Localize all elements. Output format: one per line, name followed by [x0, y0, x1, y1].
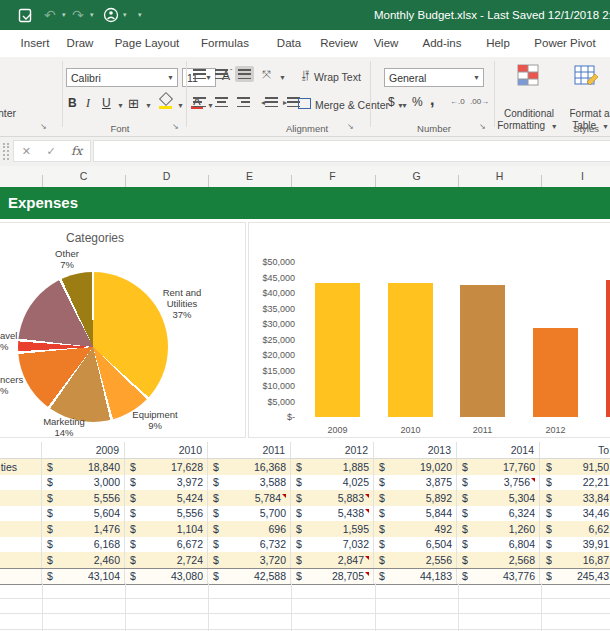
table-cell[interactable]: $4,025 [291, 475, 374, 491]
font-dialog-launcher-icon[interactable]: ↘ [172, 122, 181, 131]
tab-formulas[interactable]: Formulas [201, 30, 249, 57]
table-cell[interactable]: $6,672 [125, 537, 208, 553]
fill-color-dropdown-icon[interactable]: ▼ [174, 102, 187, 109]
column-header-year[interactable]: 2010 [125, 442, 208, 458]
formula-input[interactable] [93, 140, 610, 162]
align-top-button[interactable] [193, 69, 206, 79]
table-cell[interactable]: $2,847 [291, 552, 374, 568]
qat-customize-icon[interactable]: ▾ [138, 7, 142, 23]
tab-help[interactable]: Help [486, 30, 510, 57]
table-cell[interactable]: $696 [208, 521, 291, 537]
table-cell[interactable]: $43,104 [42, 569, 125, 585]
fill-color-button[interactable] [158, 94, 173, 109]
align-left-button[interactable] [193, 97, 206, 107]
table-cell[interactable] [0, 475, 42, 491]
chevron-down-icon[interactable]: ▼ [164, 74, 177, 81]
table-cell[interactable]: $7,032 [291, 537, 374, 553]
increase-decimal-button[interactable]: ←.0 [450, 97, 465, 106]
tab-insert[interactable]: Insert [21, 30, 50, 57]
table-cell[interactable]: $5,438 [291, 506, 374, 522]
table-cell[interactable]: $22,21 [540, 475, 609, 491]
column-header-H[interactable]: H [496, 166, 504, 187]
table-cell[interactable]: $19,020 [374, 459, 457, 475]
font-name-combobox[interactable]: Calibri▼ [66, 68, 178, 87]
table-cell[interactable]: $1,476 [42, 521, 125, 537]
table-cell[interactable]: $245,43 [540, 569, 609, 585]
align-center-button[interactable] [215, 97, 228, 107]
column-header-year[interactable]: 2009 [42, 442, 125, 458]
table-cell[interactable]: $16,87 [540, 552, 609, 568]
table-cell[interactable]: $492 [374, 521, 457, 537]
column-header-I[interactable]: I [581, 166, 584, 187]
bar-2011[interactable] [460, 285, 505, 417]
alignment-dialog-launcher-icon[interactable]: ↘ [347, 122, 356, 131]
tab-draw[interactable]: Draw [67, 30, 94, 57]
decrease-indent-button[interactable]: ◂ [261, 97, 278, 107]
borders-button[interactable]: ⊞ [128, 96, 139, 111]
tab-add-ins[interactable]: Add-ins [423, 30, 462, 57]
table-cell[interactable]: $18,840 [42, 459, 125, 475]
table-cell[interactable]: $5,883 [291, 490, 374, 506]
column-header-E[interactable]: E [246, 166, 253, 187]
undo-dropdown-icon[interactable]: ▾ [62, 7, 66, 23]
table-cell[interactable]: ties [0, 459, 42, 475]
table-cell[interactable]: $33,84 [540, 490, 609, 506]
table-cell[interactable]: $1,595 [291, 521, 374, 537]
tab-page-layout[interactable]: Page Layout [115, 30, 180, 57]
table-cell[interactable]: $42,588 [208, 569, 291, 585]
column-header-year[interactable]: 2011 [208, 442, 291, 458]
column-header-F[interactable]: F [329, 166, 335, 187]
bar-2012[interactable] [533, 328, 578, 417]
table-cell[interactable] [0, 442, 42, 458]
table-cell[interactable]: $16,368 [208, 459, 291, 475]
table-cell[interactable]: $6,62 [540, 521, 609, 537]
redo-icon[interactable]: ↷ [72, 7, 84, 23]
column-header-year[interactable]: 2012 [291, 442, 374, 458]
tab-power-pivot[interactable]: Power Pivot [534, 30, 595, 57]
table-cell[interactable]: $5,304 [457, 490, 540, 506]
insert-function-icon[interactable]: fx [71, 144, 82, 158]
wrap-text-icon[interactable]: ⭿ [300, 69, 311, 81]
percent-style-button[interactable]: % [412, 95, 423, 109]
table-cell[interactable]: $1,104 [125, 521, 208, 537]
undo-icon[interactable]: ↶ [44, 7, 56, 23]
wrap-text-button[interactable]: Wrap Text [314, 71, 361, 83]
number-format-combobox[interactable]: General▼ [384, 68, 484, 87]
format-painter-label-fragment[interactable]: nter [0, 107, 16, 119]
table-cell[interactable]: $5,604 [42, 506, 125, 522]
table-cell[interactable]: $5,556 [125, 506, 208, 522]
table-cell[interactable]: $6,324 [457, 506, 540, 522]
column-header-G[interactable]: G [412, 166, 420, 187]
orientation-dropdown-icon[interactable]: ▼ [276, 74, 289, 81]
touch-mode-dropdown-icon[interactable]: ▾ [123, 7, 127, 23]
table-cell[interactable]: $2,724 [125, 552, 208, 568]
table-cell[interactable]: $34,46 [540, 506, 609, 522]
accounting-dropdown-icon[interactable]: ▼ [398, 102, 411, 109]
bar-partial[interactable] [606, 280, 610, 417]
table-cell[interactable]: $6,732 [208, 537, 291, 553]
table-cell[interactable]: $3,972 [125, 475, 208, 491]
table-cell[interactable]: $6,504 [374, 537, 457, 553]
cancel-icon[interactable]: ✕ [22, 145, 31, 158]
align-bottom-button[interactable] [235, 66, 254, 82]
table-cell[interactable] [0, 569, 42, 585]
table-cell[interactable] [0, 537, 42, 553]
conditional-formatting-button[interactable]: Conditional [504, 108, 554, 119]
bold-button[interactable]: B [68, 96, 77, 110]
merge-center-icon[interactable] [298, 98, 311, 109]
table-cell[interactable]: $2,556 [374, 552, 457, 568]
table-cell[interactable] [0, 552, 42, 568]
tab-review[interactable]: Review [320, 30, 358, 57]
underline-button[interactable]: U [102, 96, 111, 110]
table-cell[interactable] [0, 521, 42, 537]
chevron-down-icon[interactable]: ▼ [470, 74, 483, 81]
table-cell[interactable]: $43,776 [457, 569, 540, 585]
conditional-formatting-button-line2[interactable]: Formatting ▼ [497, 120, 561, 131]
table-cell[interactable]: $5,844 [374, 506, 457, 522]
workbook-save-icon[interactable] [18, 7, 34, 23]
table-cell[interactable]: $6,804 [457, 537, 540, 553]
table-cell[interactable] [0, 506, 42, 522]
clipboard-dialog-launcher-icon[interactable]: ↘ [40, 122, 49, 131]
table-cell[interactable]: $17,628 [125, 459, 208, 475]
accounting-format-button[interactable]: $ [388, 95, 395, 109]
